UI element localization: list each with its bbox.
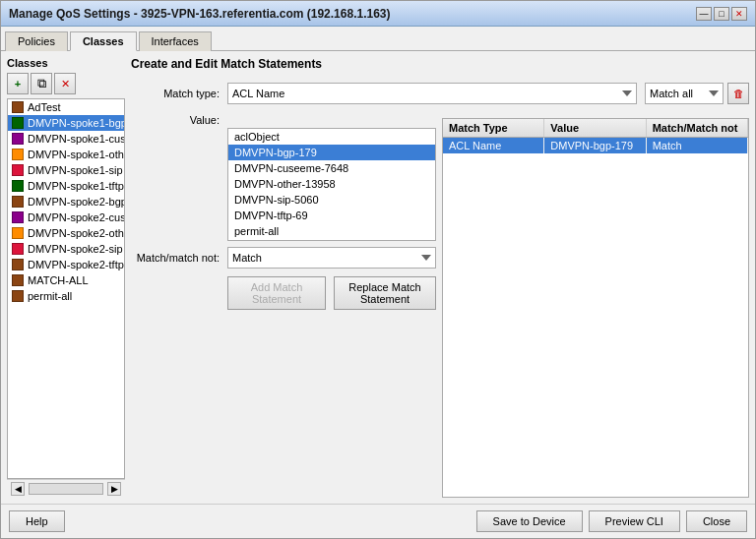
copy-class-button[interactable]: ⧉ <box>31 73 52 94</box>
save-to-device-button[interactable]: Save to Device <box>476 510 583 532</box>
value-item-permit-all[interactable]: permit-all <box>228 223 435 239</box>
scroll-left-arrow[interactable]: ◀ <box>11 482 25 496</box>
match-not-row: Match/match not: Match Match not <box>131 247 436 269</box>
class-color-spoke1-cusee <box>12 133 24 145</box>
col-match-not: Match/Match not <box>647 119 748 137</box>
match-all-select[interactable]: Match all Match any <box>645 83 724 104</box>
value-item-sip-5060[interactable]: DMVPN-sip-5060 <box>228 192 435 208</box>
class-name-spoke1-bgp: DMVPN-spoke1-bgp <box>28 117 124 129</box>
class-color-spoke2-bgp <box>12 196 24 208</box>
delete-class-button[interactable]: ✕ <box>54 73 76 94</box>
action-buttons: Add Match Statement Replace Match Statem… <box>227 276 436 310</box>
class-item-spoke1-tftp[interactable]: DMVPN-spoke1-tftp <box>8 178 124 194</box>
minimize-button[interactable]: — <box>696 7 712 21</box>
class-name-spoke1-cusee: DMVPN-spoke1-cusee <box>28 133 124 145</box>
scrollbar-thumb[interactable] <box>29 483 103 495</box>
content-area: Classes + ⧉ ✕ AdTest DMVPN-spoke1-bgp DM… <box>1 51 755 504</box>
value-item-cuseeme-7648[interactable]: DMVPN-cuseeme-7648 <box>228 160 435 176</box>
match-table: Match Type Value Match/Match not ACL Nam… <box>442 118 749 498</box>
delete-match-button[interactable]: 🗑 <box>727 83 749 104</box>
right-panel: Create and Edit Match Statements Match t… <box>131 57 749 498</box>
class-color-spoke1-other <box>12 149 24 160</box>
class-name-spoke1-sip: DMVPN-spoke1-sip <box>28 164 123 176</box>
classes-label: Classes <box>7 57 125 69</box>
value-item-aclobject[interactable]: aclObject <box>228 129 435 145</box>
match-type-row: Match type: ACL Name DSCP Protocol Acces… <box>131 83 749 104</box>
close-button[interactable]: ✕ <box>731 7 747 21</box>
class-color-spoke1-sip <box>12 164 24 176</box>
match-table-row-0[interactable]: ACL Name DMVPN-bgp-179 Match <box>443 138 748 153</box>
bottom-left-buttons: Help <box>9 510 65 532</box>
match-table-header: Match Type Value Match/Match not <box>443 119 748 138</box>
window-controls: — □ ✕ <box>696 7 747 21</box>
help-button[interactable]: Help <box>9 510 65 532</box>
preview-cli-button[interactable]: Preview CLI <box>589 510 680 532</box>
class-list-scrollbar[interactable]: ◀ ▶ <box>7 479 125 498</box>
class-color-spoke2-cusee <box>12 211 24 223</box>
class-color-adtest <box>12 101 24 113</box>
match-table-body: ACL Name DMVPN-bgp-179 Match <box>443 138 748 497</box>
add-match-button[interactable]: Add Match Statement <box>227 276 326 310</box>
value-label-row: Value: <box>131 114 436 126</box>
class-name-spoke2-sip: DMVPN-spoke2-sip <box>28 243 123 255</box>
scroll-right-arrow[interactable]: ▶ <box>107 482 121 496</box>
class-item-spoke2-sip[interactable]: DMVPN-spoke2-sip <box>8 241 124 257</box>
add-class-button[interactable]: + <box>7 73 29 94</box>
class-name-match-all: MATCH-ALL <box>28 274 89 286</box>
section-title: Create and Edit Match Statements <box>131 57 749 71</box>
class-color-match-all <box>12 274 24 286</box>
class-item-adtest[interactable]: AdTest <box>8 99 124 115</box>
window-title: Manage QoS Settings - 3925-VPN-163.refer… <box>9 7 391 21</box>
tab-interfaces[interactable]: Interfaces <box>139 31 212 51</box>
match-type-label: Match type: <box>131 88 220 99</box>
class-item-spoke1-other[interactable]: DMVPN-spoke1-othe <box>8 147 124 162</box>
class-color-spoke2-other <box>12 227 24 239</box>
class-item-spoke2-other[interactable]: DMVPN-spoke2-othe <box>8 225 124 241</box>
match-not-label: Match/match not: <box>131 252 220 264</box>
main-window: Manage QoS Settings - 3925-VPN-163.refer… <box>0 0 756 539</box>
class-toolbar: + ⧉ ✕ <box>7 73 125 94</box>
value-item-dmvpn-bgp-179[interactable]: DMVPN-bgp-179 <box>228 145 435 160</box>
value-item-tftp-69[interactable]: DMVPN-tftp-69 <box>228 208 435 223</box>
value-section: Value: aclObject DMVPN-bgp-179 DMVPN-cus… <box>131 114 436 498</box>
class-item-dmvpn-spoke1-bgp[interactable]: DMVPN-spoke1-bgp <box>8 115 124 131</box>
main-split: Value: aclObject DMVPN-bgp-179 DMVPN-cus… <box>131 114 749 498</box>
close-dialog-button[interactable]: Close <box>686 510 747 532</box>
left-panel: Classes + ⧉ ✕ AdTest DMVPN-spoke1-bgp DM… <box>7 57 125 498</box>
class-name-spoke2-bgp: DMVPN-spoke2-bgp <box>28 196 124 208</box>
class-item-spoke1-cusee[interactable]: DMVPN-spoke1-cusee <box>8 131 124 147</box>
tab-policies[interactable]: Policies <box>5 31 68 51</box>
class-item-spoke2-tftp[interactable]: DMVPN-spoke2-tftp <box>8 257 124 272</box>
row-value-0: DMVPN-bgp-179 <box>544 138 646 153</box>
maximize-button[interactable]: □ <box>714 7 729 21</box>
class-name-spoke1-tftp: DMVPN-spoke1-tftp <box>28 180 124 192</box>
value-listbox[interactable]: aclObject DMVPN-bgp-179 DMVPN-cuseeme-76… <box>227 128 436 241</box>
class-name-spoke2-tftp: DMVPN-spoke2-tftp <box>28 259 124 270</box>
class-color-spoke2-tftp <box>12 259 24 270</box>
class-color-permit-all <box>12 290 24 302</box>
class-name-spoke2-other: DMVPN-spoke2-othe <box>28 227 124 239</box>
class-color-spoke1-bgp <box>12 117 24 129</box>
col-value: Value <box>544 119 646 137</box>
class-item-match-all[interactable]: MATCH-ALL <box>8 272 124 288</box>
class-item-spoke2-bgp[interactable]: DMVPN-spoke2-bgp <box>8 194 124 210</box>
match-all-controls: Match all Match any 🗑 <box>645 83 749 104</box>
title-bar: Manage QoS Settings - 3925-VPN-163.refer… <box>1 1 755 27</box>
class-item-permit-all[interactable]: permit-all <box>8 288 124 304</box>
tab-bar: Policies Classes Interfaces <box>1 27 755 51</box>
match-type-select[interactable]: ACL Name DSCP Protocol Access-Group <box>227 83 637 104</box>
class-name-permit-all: permit-all <box>28 290 72 302</box>
value-label: Value: <box>131 114 220 126</box>
class-list: AdTest DMVPN-spoke1-bgp DMVPN-spoke1-cus… <box>7 98 125 479</box>
class-name-adtest: AdTest <box>28 101 61 113</box>
class-name-spoke2-cusee: DMVPN-spoke2-cusee <box>28 211 124 223</box>
tab-classes[interactable]: Classes <box>70 31 137 51</box>
class-item-spoke2-cusee[interactable]: DMVPN-spoke2-cusee <box>8 210 124 225</box>
class-color-spoke1-tftp <box>12 180 24 192</box>
value-item-other-13958[interactable]: DMVPN-other-13958 <box>228 176 435 192</box>
class-item-spoke1-sip[interactable]: DMVPN-spoke1-sip <box>8 162 124 178</box>
match-not-select[interactable]: Match Match not <box>227 247 436 269</box>
replace-match-button[interactable]: Replace Match Statement <box>334 276 436 310</box>
bottom-bar: Help Save to Device Preview CLI Close <box>1 504 755 538</box>
delete-match-icon: 🗑 <box>733 88 744 99</box>
